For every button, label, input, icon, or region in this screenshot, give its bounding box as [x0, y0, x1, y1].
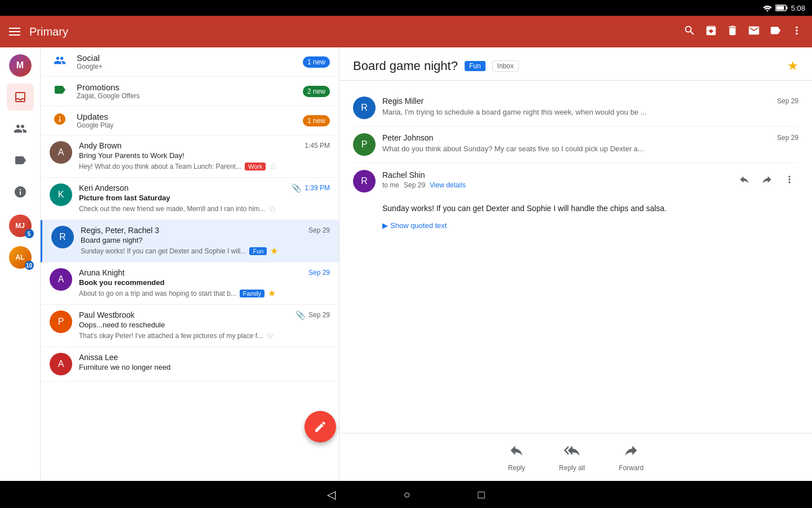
category-updates[interactable]: Updates Google Play 1 new: [41, 106, 339, 135]
email-subject-anissa: Furniture we no longer need: [79, 363, 330, 371]
category-promotions[interactable]: Promotions Zagat, Google Offers 2 new: [41, 77, 339, 106]
more-button[interactable]: [791, 24, 803, 40]
thread-message-peter[interactable]: P Peter Johnson Sep 29 What do you think…: [353, 126, 798, 163]
promotions-badge: 2 new: [303, 86, 330, 97]
email-time-andy: 1:45 PM: [304, 142, 330, 150]
nav-avatar-stack-2[interactable]: AL 10: [9, 246, 32, 269]
mail-button[interactable]: [748, 24, 760, 40]
email-time-paul: Sep 29: [308, 311, 330, 319]
email-tag-aruna: Family: [240, 290, 264, 297]
more-action-button[interactable]: [780, 170, 798, 189]
thread-message-regis[interactable]: R Regis Miller Sep 29 Maria, I'm trying …: [353, 90, 798, 126]
email-star-aruna[interactable]: ★: [268, 288, 276, 299]
updates-name: Updates: [77, 112, 296, 121]
svg-point-0: [766, 10, 768, 12]
social-name: Social: [77, 53, 296, 63]
badge-count-2: 10: [25, 261, 34, 270]
email-sender-anissa: Anissa Lee: [79, 353, 118, 362]
email-subject-paul: Oops...need to reschedule: [79, 321, 330, 329]
menu-button[interactable]: [9, 28, 20, 36]
status-bar: 5:08: [0, 0, 812, 16]
svg-rect-3: [776, 6, 784, 10]
message-body-rachel: Sunday works! If you can get Dexter and …: [382, 203, 798, 214]
profile-avatar[interactable]: M: [9, 54, 32, 77]
email-subject-aruna: Book you recommended: [79, 278, 330, 287]
badge-count-1: 5: [25, 229, 34, 238]
thread-preview-peter: What do you think about Sunday? My car s…: [382, 144, 798, 153]
thread-to-rachel: to me: [382, 181, 399, 189]
email-content-regis: Regis, Peter, Rachel 3 Sep 29 Board game…: [81, 226, 330, 256]
nav-avatar-stack-1[interactable]: MJ 5: [9, 214, 32, 237]
detail-title: Board game night?: [353, 59, 458, 73]
home-button[interactable]: ○: [403, 488, 410, 501]
compose-button[interactable]: [304, 411, 336, 443]
nav-inbox[interactable]: [7, 84, 34, 111]
email-item-paul[interactable]: P Paul Westbrook 📎 Sep 29 Oops...need to…: [41, 305, 339, 347]
forward-button[interactable]: Forward: [619, 443, 643, 472]
thread-sender-peter: Peter Johnson: [382, 133, 433, 142]
email-avatar-aruna: A: [50, 268, 72, 291]
email-star-paul[interactable]: ☆: [266, 330, 274, 341]
back-button[interactable]: ◁: [327, 488, 336, 501]
app-bar-title: Primary: [29, 25, 674, 38]
reply-all-button[interactable]: Reply all: [559, 443, 585, 472]
updates-icon: [50, 112, 70, 129]
email-item-anissa[interactable]: A Anissa Lee Furniture we no longer need: [41, 347, 339, 382]
search-button[interactable]: [683, 24, 696, 40]
chevron-right-icon: ▶: [382, 221, 388, 230]
nav-people[interactable]: [7, 115, 34, 142]
bottom-nav: ◁ ○ □: [0, 481, 812, 508]
reply-action-button[interactable]: [735, 170, 753, 189]
social-icon: [50, 54, 70, 69]
reply-button[interactable]: Reply: [508, 443, 526, 472]
thread-content-peter: Peter Johnson Sep 29 What do you think a…: [382, 133, 798, 156]
email-subject-regis: Board game night?: [81, 236, 330, 244]
thread-preview-regis: Maria, I'm trying to schedule a board ga…: [382, 108, 798, 116]
recent-button[interactable]: □: [478, 488, 485, 501]
status-icons: 5:08: [763, 4, 805, 12]
show-quoted-button[interactable]: ▶ Show quoted text: [382, 221, 798, 230]
email-item-regis[interactable]: R Regis, Peter, Rachel 3 Sep 29 Board ga…: [41, 220, 339, 262]
view-details-button[interactable]: View details: [430, 181, 466, 189]
email-star-keri[interactable]: ☆: [268, 203, 276, 214]
email-thread: R Regis Miller Sep 29 Maria, I'm trying …: [339, 81, 812, 433]
delete-button[interactable]: [726, 24, 739, 40]
thread-avatar-rachel: R: [353, 170, 376, 192]
email-avatar-andy: A: [50, 141, 72, 164]
email-avatar-anissa: A: [50, 353, 72, 375]
forward-action-button[interactable]: [758, 170, 776, 189]
email-list: Social Google+ 1 new Promotions Zagat, G…: [41, 47, 339, 481]
email-star-andy[interactable]: ☆: [269, 161, 277, 172]
email-item-andy-brown[interactable]: A Andy Brown 1:45 PM Bring Your Parents …: [41, 135, 339, 178]
social-info: Social Google+: [77, 53, 296, 71]
reply-all-icon: [564, 443, 580, 462]
archive-button[interactable]: [705, 24, 717, 40]
forward-label: Forward: [619, 464, 643, 472]
label-button[interactable]: [769, 24, 782, 40]
reply-bar: Reply Reply all Forward: [339, 433, 812, 481]
battery-icon: [775, 5, 788, 11]
app-bar-actions: [683, 24, 803, 40]
reply-label: Reply: [508, 464, 526, 472]
detail-star[interactable]: ★: [787, 59, 798, 73]
forward-icon: [623, 443, 639, 462]
email-preview-andy: Hey! What do you think about a Team Lunc…: [79, 161, 330, 172]
email-sender-aruna: Aruna Knight: [79, 268, 125, 277]
category-social[interactable]: Social Google+ 1 new: [41, 47, 339, 77]
email-tag-regis: Fun: [249, 247, 267, 255]
email-avatar-paul: P: [50, 310, 72, 333]
promotions-icon: [50, 83, 70, 99]
thread-date-regis: Sep 29: [777, 97, 798, 105]
status-time: 5:08: [791, 4, 805, 12]
updates-info: Updates Google Play: [77, 112, 296, 129]
nav-labels[interactable]: [7, 147, 34, 174]
email-detail: Board game night? Fun Inbox ★ R Regis Mi…: [339, 47, 812, 481]
updates-sub: Google Play: [77, 121, 296, 129]
thread-avatar-regis: R: [353, 97, 376, 119]
email-star-regis[interactable]: ★: [270, 246, 278, 256]
nav-info[interactable]: [7, 178, 34, 205]
email-item-keri[interactable]: K Keri Anderson 📎 1:39 PM Picture from l…: [41, 178, 339, 220]
email-sender-keri: Keri Anderson: [79, 183, 129, 192]
email-item-aruna[interactable]: A Aruna Knight Sep 29 Book you recommend…: [41, 262, 339, 305]
email-preview-regis: Sunday works! If you can get Dexter and …: [81, 246, 330, 256]
